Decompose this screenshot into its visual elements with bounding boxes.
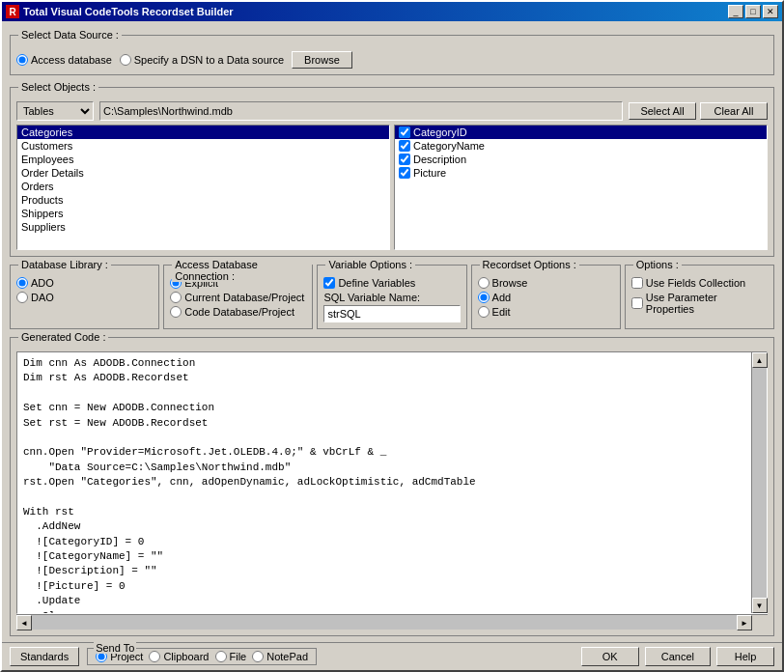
content-area: Select Data Source : Access database Spe… [2, 21, 782, 642]
recordset-options-label: Recordset Options : [480, 259, 579, 270]
window-title: Total Visual CodeTools Recordset Builder [23, 6, 234, 17]
use-param-props-option[interactable]: Use Parameter Properties [631, 292, 768, 315]
add-radio[interactable] [478, 292, 490, 303]
scroll-corner [752, 615, 768, 630]
browse-option[interactable]: Browse [478, 277, 614, 289]
help-button[interactable]: Help [716, 647, 774, 666]
browse-radio[interactable] [478, 277, 490, 289]
send-to-group: Send To Project Clipboard File NotePad [87, 648, 317, 665]
edit-label: Edit [492, 306, 511, 318]
title-bar: R Total Visual CodeTools Recordset Build… [2, 2, 782, 21]
list-item[interactable]: Employees [17, 153, 389, 166]
define-vars-label: Define Variables [338, 277, 415, 289]
data-source-label: Select Data Source : [18, 29, 122, 41]
send-to-notepad-label: NotePad [266, 651, 308, 662]
send-to-notepad-radio[interactable] [252, 651, 264, 662]
field-checkbox[interactable] [399, 167, 410, 179]
add-option[interactable]: Add [478, 292, 614, 303]
horizontal-scrollbar-wrapper: ◄ ► [16, 614, 768, 630]
code-db-label: Code Database/Project [184, 306, 294, 318]
data-source-radio-row: Access database Specify a DSN to a Data … [16, 51, 768, 69]
access-db-option[interactable]: Access database [16, 54, 112, 66]
generated-code-group: Generated Code : ▲ ▼ ◄ ► [10, 337, 774, 636]
browse-label: Browse [492, 277, 528, 289]
scroll-down-button[interactable]: ▼ [752, 598, 768, 613]
options-group: Options : Use Fields Collection Use Para… [625, 265, 774, 329]
define-vars-checkbox[interactable] [323, 277, 335, 289]
scroll-track-v [752, 368, 767, 598]
tables-list[interactable]: Categories Customers Employees Order Det… [16, 125, 390, 250]
clear-all-button[interactable]: Clear All [700, 102, 768, 120]
minimize-button[interactable]: _ [728, 5, 743, 18]
edit-option[interactable]: Edit [478, 306, 614, 318]
dao-option[interactable]: DAO [16, 292, 153, 303]
list-item[interactable]: Order Details [17, 166, 389, 180]
access-db-radio[interactable] [16, 54, 28, 66]
generated-code-label: Generated Code : [18, 331, 108, 343]
send-to-notepad-option[interactable]: NotePad [252, 651, 308, 662]
use-fields-label: Use Fields Collection [646, 277, 745, 289]
send-to-clipboard-option[interactable]: Clipboard [149, 651, 209, 662]
send-to-clipboard-radio[interactable] [149, 651, 160, 662]
use-param-props-checkbox[interactable] [631, 297, 643, 309]
dao-radio[interactable] [16, 292, 28, 303]
send-to-file-radio[interactable] [215, 651, 227, 662]
list-item[interactable]: Customers [17, 139, 389, 153]
standards-button[interactable]: Standards [10, 647, 79, 666]
scroll-track-h [32, 615, 737, 630]
use-fields-option[interactable]: Use Fields Collection [631, 277, 768, 289]
maximize-button[interactable]: □ [745, 5, 761, 18]
current-db-option[interactable]: Current Database/Project [170, 292, 306, 303]
send-to-label: Send To [94, 642, 136, 654]
field-item[interactable]: CategoryID [395, 126, 767, 139]
field-checkbox[interactable] [399, 140, 410, 152]
cancel-button[interactable]: Cancel [645, 647, 711, 666]
dsn-option[interactable]: Specify a DSN to a Data source [120, 54, 284, 66]
path-input[interactable] [99, 101, 623, 121]
select-all-button[interactable]: Select All [629, 102, 696, 120]
field-item[interactable]: CategoryName [395, 139, 767, 153]
scroll-up-button[interactable]: ▲ [752, 352, 768, 368]
use-param-props-label: Use Parameter Properties [646, 292, 768, 315]
field-checkbox[interactable] [399, 154, 410, 165]
ado-radio[interactable] [16, 277, 28, 289]
select-objects-label: Select Objects : [18, 81, 98, 93]
objects-header: Tables Select All Clear All [16, 101, 768, 121]
select-objects-group: Select Objects : Tables Select All Clear… [10, 87, 774, 257]
ado-option[interactable]: ADO [16, 277, 153, 289]
db-library-group: Database Library : ADO DAO [10, 265, 159, 329]
list-item[interactable]: Orders [17, 180, 389, 193]
list-item[interactable]: Suppliers [17, 220, 389, 234]
field-name: CategoryID [413, 126, 467, 138]
bottom-bar: Standards Send To Project Clipboard File… [2, 642, 782, 670]
scroll-right-button[interactable]: ► [737, 615, 752, 630]
edit-radio[interactable] [478, 306, 490, 318]
code-db-option[interactable]: Code Database/Project [170, 306, 306, 318]
dsn-radio[interactable] [120, 54, 131, 66]
use-fields-checkbox[interactable] [631, 277, 643, 289]
define-vars-option[interactable]: Define Variables [323, 277, 460, 289]
scroll-left-button[interactable]: ◄ [16, 615, 32, 630]
table-type-dropdown[interactable]: Tables [16, 101, 94, 121]
ok-button[interactable]: OK [581, 647, 639, 666]
code-textarea[interactable] [17, 352, 751, 613]
browse-button[interactable]: Browse [292, 51, 352, 69]
field-item[interactable]: Description [395, 153, 767, 166]
list-item[interactable]: Categories [17, 126, 389, 139]
field-item[interactable]: Picture [395, 166, 767, 180]
options-label: Options : [633, 259, 682, 270]
send-to-file-option[interactable]: File [215, 651, 247, 662]
send-to-clipboard-label: Clipboard [163, 651, 209, 662]
fields-list[interactable]: CategoryID CategoryName Description Pict… [394, 125, 768, 250]
vertical-scrollbar[interactable]: ▲ ▼ [751, 352, 767, 613]
close-button[interactable]: ✕ [763, 5, 778, 18]
sql-var-input[interactable] [323, 305, 460, 322]
list-item[interactable]: Products [17, 193, 389, 207]
current-db-radio[interactable] [170, 292, 182, 303]
list-item[interactable]: Shippers [17, 207, 389, 220]
field-name: CategoryName [413, 140, 485, 152]
code-db-radio[interactable] [170, 306, 182, 318]
field-checkbox[interactable] [399, 126, 410, 138]
access-conn-group: Access Database Connection : Explicit Cu… [163, 265, 313, 329]
options-row: Database Library : ADO DAO Access Data [10, 265, 774, 329]
